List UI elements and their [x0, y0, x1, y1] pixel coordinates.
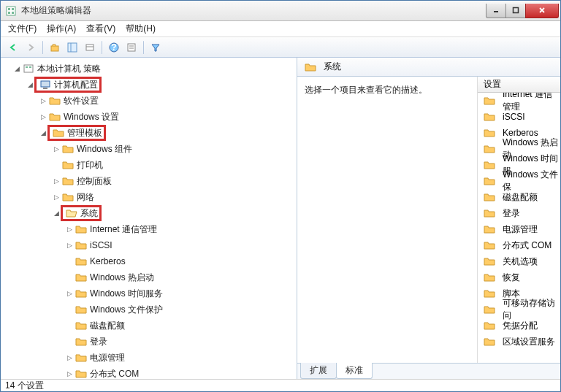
tree-label: 网络: [77, 191, 94, 204]
minimize-button[interactable]: [486, 4, 506, 18]
tree-control-panel[interactable]: ▷控制面板: [1, 173, 297, 189]
help-button[interactable]: ?: [106, 39, 122, 55]
tab-extended[interactable]: 扩展: [300, 363, 337, 379]
tree-software-settings[interactable]: ▷软件设置: [1, 93, 297, 109]
list-item-label: 登录: [503, 207, 520, 220]
tree-internet-comm[interactable]: ▷Internet 通信管理: [1, 221, 297, 237]
tab-standard[interactable]: 标准: [336, 363, 373, 379]
tree-diskquota[interactable]: 磁盘配额: [1, 318, 297, 334]
separator: [143, 41, 144, 54]
menu-view[interactable]: 查看(V): [86, 23, 115, 35]
properties-button[interactable]: [123, 39, 140, 55]
back-button[interactable]: [5, 39, 21, 55]
tree-label: 管理模板: [67, 127, 102, 139]
expander-icon[interactable]: ▷: [65, 241, 74, 250]
folder-icon: [484, 223, 495, 235]
expander-icon[interactable]: ▷: [65, 369, 74, 378]
folder-icon: [484, 159, 495, 171]
highlight-box: 系统: [61, 205, 102, 221]
expander-icon[interactable]: [65, 257, 74, 266]
folder-icon: [49, 95, 61, 107]
tree-system[interactable]: ◢ 系统: [1, 205, 297, 221]
window-title: 本地组策略编辑器: [21, 4, 486, 17]
list-item[interactable]: Internet 通信管理: [478, 93, 560, 109]
column-header[interactable]: 设置: [478, 77, 560, 93]
expander-icon[interactable]: ▷: [65, 225, 74, 234]
svg-rect-16: [128, 44, 135, 51]
folder-icon: [75, 304, 87, 315]
svg-rect-23: [43, 88, 47, 89]
up-button[interactable]: [47, 39, 63, 55]
svg-rect-21: [29, 66, 31, 68]
expander-icon[interactable]: [65, 273, 74, 282]
tree-win-timeservice[interactable]: ▷Windows 时间服务: [1, 285, 297, 301]
expander-icon[interactable]: [65, 305, 74, 314]
list-item[interactable]: Windows 文件保: [478, 173, 560, 189]
menu-help[interactable]: 帮助(H): [126, 23, 156, 35]
expander-icon[interactable]: ▷: [65, 353, 74, 362]
tree-printers[interactable]: 打印机: [1, 157, 297, 173]
tree-pane[interactable]: ◢ 本地计算机 策略 ◢ 计算机配置 ▷软件设置 ▷Windows 设置 ◢ 管…: [1, 58, 297, 379]
list-item-label: 关机选项: [503, 255, 538, 268]
folder-icon: [484, 255, 495, 267]
list-item[interactable]: 恢复: [478, 269, 560, 285]
details-pane: 系统 选择一个项目来查看它的描述。 设置 Internet 通信管理iSCSIK…: [297, 58, 560, 379]
expander-icon[interactable]: [65, 337, 74, 346]
list-item[interactable]: 登录: [478, 205, 560, 221]
tree-network[interactable]: ▷网络: [1, 189, 297, 205]
list-item[interactable]: 可移动存储访问: [478, 301, 560, 318]
filter-button[interactable]: [148, 39, 164, 55]
menu-action[interactable]: 操作(A): [47, 23, 76, 35]
forward-button[interactable]: [23, 39, 39, 55]
details-body: 选择一个项目来查看它的描述。 设置 Internet 通信管理iSCSIKerb…: [297, 77, 560, 363]
list-item-label: 电源管理: [503, 223, 538, 236]
list-item[interactable]: 关机选项: [478, 253, 560, 269]
tree-button[interactable]: [64, 39, 80, 55]
tree-iscsi[interactable]: ▷iSCSI: [1, 237, 297, 253]
list-item-label: 分布式 COM: [503, 239, 552, 252]
tree-root[interactable]: ◢ 本地计算机 策略: [1, 61, 297, 77]
expander-icon[interactable]: ◢: [12, 64, 21, 73]
refresh-button[interactable]: [82, 39, 98, 55]
list-item-label: 恢复: [503, 272, 520, 284]
folder-icon: [484, 304, 495, 315]
maximize-button[interactable]: [505, 4, 526, 18]
tree-win-fileprotect[interactable]: Windows 文件保护: [1, 301, 297, 318]
expander-icon[interactable]: ▷: [52, 177, 61, 185]
tree-dcom[interactable]: ▷分布式 COM: [1, 366, 297, 379]
expander-icon[interactable]: ▷: [52, 193, 61, 201]
expander-icon[interactable]: ▷: [39, 96, 47, 105]
tree-windows-settings[interactable]: ▷Windows 设置: [1, 109, 297, 125]
folder-icon: [484, 191, 495, 203]
expander-icon[interactable]: ▷: [65, 289, 74, 298]
list-item[interactable]: 分布式 COM: [478, 237, 560, 253]
tree-logon[interactable]: 登录: [1, 334, 297, 350]
folder-icon: [53, 127, 64, 139]
tree-label: Windows 热启动: [90, 272, 154, 284]
menu-file[interactable]: 文件(F): [8, 23, 37, 35]
list-item[interactable]: 电源管理: [478, 221, 560, 237]
close-button[interactable]: [525, 4, 559, 18]
expander-icon[interactable]: ◢: [39, 128, 47, 137]
tree-win-hotboot[interactable]: Windows 热启动: [1, 269, 297, 285]
folder-icon: [484, 288, 495, 299]
tree-kerberos[interactable]: Kerberos: [1, 253, 297, 269]
list-item-label: Windows 文件保: [503, 169, 560, 193]
svg-text:?: ?: [111, 42, 116, 53]
tree-label: 登录: [90, 336, 107, 348]
expander-icon[interactable]: [65, 321, 74, 330]
tree-win-components[interactable]: ▷Windows 组件: [1, 141, 297, 157]
expander-icon[interactable]: ◢: [52, 209, 61, 218]
list-item[interactable]: 区域设置服务: [478, 334, 560, 350]
folder-icon: [484, 336, 495, 347]
tree-powermgmt[interactable]: ▷电源管理: [1, 350, 297, 366]
separator: [102, 41, 102, 54]
expander-icon[interactable]: ◢: [26, 80, 34, 89]
expander-icon[interactable]: ▷: [39, 112, 47, 121]
expander-icon[interactable]: ▷: [52, 145, 61, 153]
tree-computer-config[interactable]: ◢ 计算机配置: [1, 77, 297, 93]
tree-admin-templates[interactable]: ◢ 管理模板: [1, 125, 297, 141]
expander-icon[interactable]: [52, 161, 61, 169]
settings-list[interactable]: Internet 通信管理iSCSIKerberosWindows 热启动Win…: [478, 93, 560, 363]
highlight-box: 计算机配置: [34, 77, 102, 93]
